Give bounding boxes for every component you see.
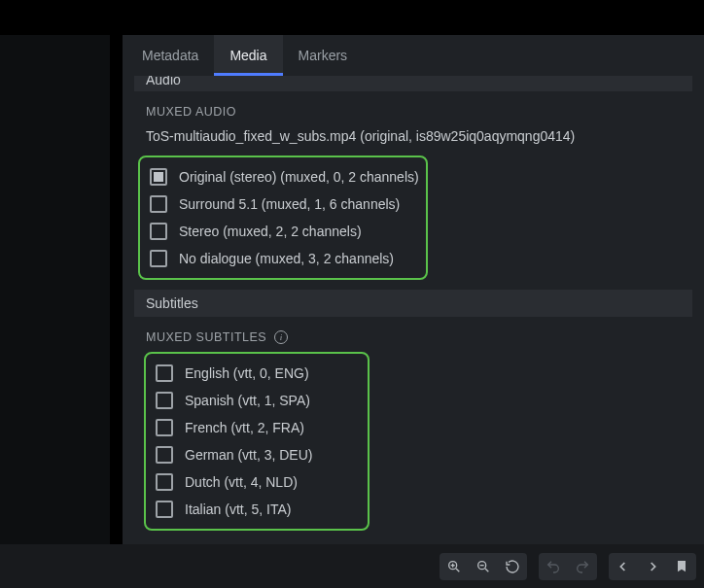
audio-track-row[interactable]: Stereo (muxed, 2, 2 channels) (148, 218, 418, 245)
subtitle-track-label: French (vtt, 2, FRA) (185, 420, 304, 435)
tab-media[interactable]: Media (214, 35, 282, 76)
audio-tracks-highlight: Original (stereo) (muxed, 0, 2 channels)… (138, 156, 428, 280)
subtitle-track-checkbox[interactable] (156, 364, 173, 382)
tag-button[interactable] (669, 555, 694, 578)
audio-track-label: Surround 5.1 (muxed, 1, 6 channels) (179, 196, 400, 212)
subtitle-track-checkbox[interactable] (156, 473, 173, 491)
subtitle-track-checkbox[interactable] (156, 419, 173, 436)
zoom-out-button[interactable] (471, 555, 496, 578)
top-bar (0, 0, 704, 35)
subtitle-track-checkbox[interactable] (156, 392, 173, 409)
subtitle-tracks-highlight: English (vtt, 0, ENG)Spanish (vtt, 1, SP… (144, 352, 370, 531)
audio-track-row[interactable]: Original (stereo) (muxed, 0, 2 channels) (148, 163, 418, 190)
audio-track-row[interactable]: Surround 5.1 (muxed, 1, 6 channels) (148, 190, 418, 218)
zoom-tool-group (440, 553, 527, 580)
audio-track-checkbox[interactable] (150, 195, 167, 213)
prev-button[interactable] (611, 555, 636, 578)
svg-line-1 (456, 569, 459, 571)
audio-track-label: Original (stereo) (muxed, 0, 2 channels) (179, 169, 419, 185)
subtitle-track-label: German (vtt, 3, DEU) (185, 447, 312, 463)
audio-track-checkbox[interactable] (150, 250, 167, 267)
section-header-audio[interactable]: Audio (134, 76, 692, 91)
subtitle-track-row[interactable]: Italian (vtt, 5, ITA) (154, 496, 360, 523)
audio-track-row[interactable]: No dialogue (muxed, 3, 2 channels) (148, 245, 418, 272)
audio-track-checkbox[interactable] (150, 223, 167, 240)
subtitle-track-row[interactable]: English (vtt, 0, ENG) (154, 360, 360, 387)
left-sidebar (0, 35, 111, 544)
subtitle-track-row[interactable]: Spanish (vtt, 1, SPA) (154, 387, 360, 414)
history-tool-group (539, 553, 597, 580)
subtitle-track-row[interactable]: French (vtt, 2, FRA) (154, 414, 360, 441)
subtitle-track-checkbox[interactable] (156, 446, 173, 464)
inspector-panel: Metadata Media Markers Audio MUXED AUDIO… (123, 35, 704, 544)
next-button[interactable] (640, 555, 665, 578)
audio-track-label: Stereo (muxed, 2, 2 channels) (179, 224, 362, 239)
section-header-subtitles[interactable]: Subtitles (134, 290, 692, 317)
muxed-audio-subheader: MUXED AUDIO (146, 105, 236, 119)
audio-track-checkbox[interactable] (150, 168, 167, 186)
undo-button[interactable] (541, 555, 566, 578)
muxed-subtitles-subheader: MUXED SUBTITLES (146, 330, 266, 344)
subtitle-track-label: Spanish (vtt, 1, SPA) (185, 393, 310, 408)
subtitle-track-checkbox[interactable] (156, 501, 173, 518)
bottom-toolbar (0, 544, 704, 588)
subtitle-track-label: English (vtt, 0, ENG) (185, 365, 309, 381)
subtitle-track-label: Italian (vtt, 5, ITA) (185, 502, 291, 517)
subtitle-track-row[interactable]: Dutch (vtt, 4, NLD) (154, 468, 360, 496)
panel-tabs: Metadata Media Markers (123, 35, 704, 76)
tab-metadata[interactable]: Metadata (126, 35, 214, 76)
tab-markers[interactable]: Markers (283, 35, 364, 76)
nav-tool-group (609, 553, 696, 580)
redo-button[interactable] (570, 555, 595, 578)
subtitle-track-label: Dutch (vtt, 4, NLD) (185, 474, 298, 490)
audio-file-line: ToS-multiaudio_fixed_w_subs.mp4 (origina… (134, 122, 692, 156)
subtitle-track-row[interactable]: German (vtt, 3, DEU) (154, 441, 360, 468)
zoom-reset-button[interactable] (500, 555, 525, 578)
svg-line-5 (485, 569, 488, 571)
audio-track-label: No dialogue (muxed, 3, 2 channels) (179, 251, 394, 266)
zoom-in-button[interactable] (441, 555, 467, 578)
info-icon[interactable]: i (274, 330, 288, 344)
